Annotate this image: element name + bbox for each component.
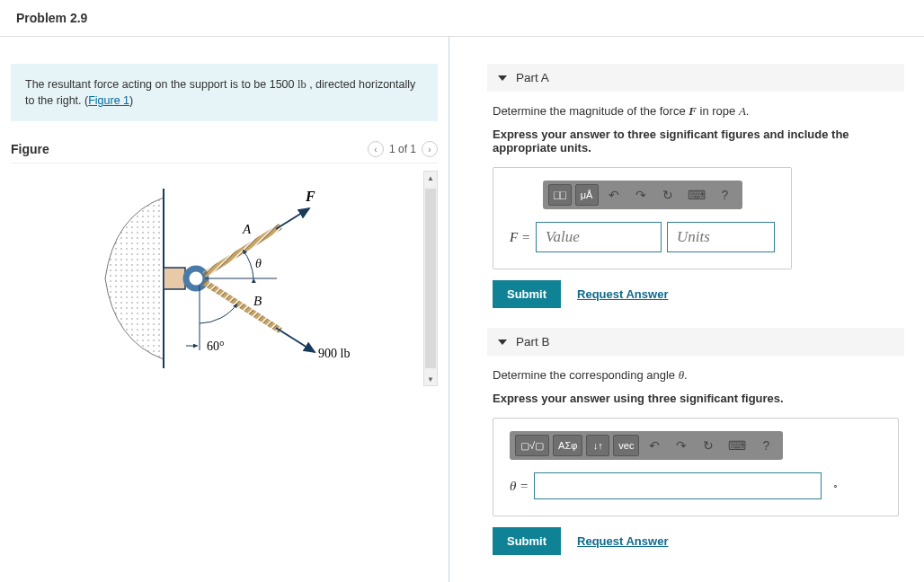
pager-prev-button[interactable]: ‹: [368, 141, 384, 157]
units-button[interactable]: μÅ: [575, 184, 599, 206]
prompt-text-after: ): [129, 94, 133, 107]
vector-button[interactable]: vec: [613, 435, 639, 456]
part-b-lhs: θ =: [510, 479, 529, 494]
part-b-title: Part B: [516, 335, 550, 348]
redo-button[interactable]: ↷: [670, 435, 693, 456]
value-input[interactable]: [536, 222, 662, 252]
part-a-header[interactable]: Part A: [487, 64, 904, 92]
figure-pager: ‹ 1 of 1 ›: [368, 141, 438, 157]
help-button[interactable]: ?: [754, 435, 777, 456]
part-b-header[interactable]: Part B: [487, 328, 904, 356]
greek-button[interactable]: ΑΣφ: [553, 435, 582, 456]
reset-button[interactable]: ↻: [656, 184, 680, 206]
page-title: Problem 2.9: [16, 11, 908, 25]
problem-prompt: The resultant force acting on the suppor…: [11, 64, 438, 121]
figure-diagram: F A B θ 60° 900 lb: [11, 171, 406, 386]
request-answer-link[interactable]: Request Answer: [577, 287, 668, 301]
svg-line-8: [276, 208, 309, 229]
redo-button[interactable]: ↷: [629, 184, 653, 206]
scroll-thumb[interactable]: [425, 189, 436, 368]
label-theta: θ: [255, 257, 262, 270]
keyboard-button[interactable]: ⌨: [724, 435, 751, 456]
undo-button[interactable]: ↶: [602, 184, 626, 206]
part-a-answer-box: ⎕⎕ μÅ ↶ ↷ ↻ ⌨ ? F =: [493, 167, 792, 269]
help-button[interactable]: ?: [714, 184, 737, 206]
submit-button[interactable]: Submit: [493, 280, 561, 308]
part-a-title: Part A: [516, 71, 549, 84]
prompt-unit: lb: [298, 78, 307, 91]
templates-button[interactable]: ⎕⎕: [548, 184, 572, 206]
templates-button[interactable]: ▢√▢: [515, 435, 549, 456]
label-angle: 60°: [207, 340, 225, 353]
svg-rect-4: [164, 268, 185, 289]
label-F: F: [305, 189, 315, 204]
pager-label: 1 of 1: [389, 143, 416, 155]
subscript-button[interactable]: ↓↑: [586, 435, 609, 456]
scroll-down-button[interactable]: ▼: [424, 373, 437, 385]
theta-input[interactable]: [534, 472, 822, 499]
scroll-up-button[interactable]: ▲: [424, 172, 437, 184]
pager-next-button[interactable]: ›: [422, 141, 438, 157]
part-a-lhs: F =: [510, 230, 530, 245]
label-A: A: [242, 222, 252, 236]
degree-unit: ∘: [832, 481, 839, 492]
units-input[interactable]: [667, 222, 775, 252]
part-b-instruction: Express your answer using three signific…: [493, 392, 899, 405]
keyboard-button[interactable]: ⌨: [683, 184, 710, 206]
undo-button[interactable]: ↶: [643, 435, 666, 456]
figure-heading: Figure: [11, 142, 49, 156]
part-b-answer-box: ▢√▢ ΑΣφ ↓↑ vec ↶ ↷ ↻ ⌨ ? θ = ∘: [493, 418, 899, 516]
caret-down-icon: [498, 75, 507, 81]
figure-link[interactable]: Figure 1: [88, 94, 129, 107]
request-answer-link[interactable]: Request Answer: [577, 534, 668, 548]
submit-button[interactable]: Submit: [493, 527, 561, 555]
svg-line-7: [204, 282, 280, 331]
label-B: B: [253, 294, 262, 308]
prompt-text: The resultant force acting on the suppor…: [25, 78, 298, 91]
svg-point-5: [186, 269, 206, 288]
label-load: 900 lb: [318, 347, 350, 360]
part-b-question: Determine the corresponding angle θ.: [493, 368, 899, 383]
reset-button[interactable]: ↻: [697, 435, 720, 456]
part-a-instruction: Express your answer to three significant…: [493, 128, 899, 154]
part-a-question: Determine the magnitude of the force F i…: [493, 104, 899, 119]
svg-line-9: [276, 328, 315, 352]
figure-scrollbar[interactable]: ▲ ▼: [423, 171, 438, 386]
caret-down-icon: [498, 340, 507, 345]
part-b-toolbar: ▢√▢ ΑΣφ ↓↑ vec ↶ ↷ ↻ ⌨ ?: [510, 431, 783, 460]
part-a-toolbar: ⎕⎕ μÅ ↶ ↷ ↻ ⌨ ?: [543, 181, 742, 209]
